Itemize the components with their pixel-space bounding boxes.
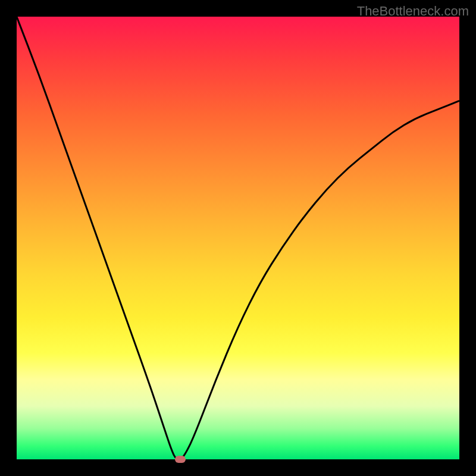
minimum-marker: [175, 456, 186, 463]
plot-area: [17, 17, 459, 459]
watermark-text: TheBottleneck.com: [357, 4, 469, 19]
chart-container: TheBottleneck.com: [0, 0, 476, 476]
curve-svg: [17, 17, 459, 459]
bottleneck-curve: [17, 17, 459, 459]
